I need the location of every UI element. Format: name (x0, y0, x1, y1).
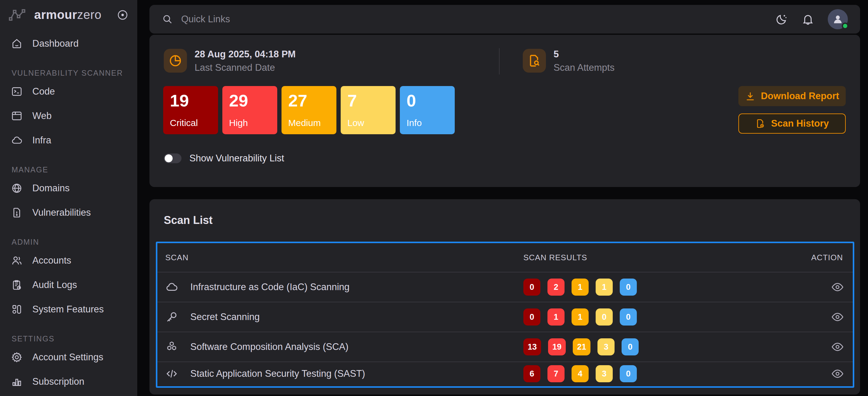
gear-icon (11, 352, 23, 363)
sidebar-item-subscription[interactable]: Subscription (0, 369, 137, 394)
browser-icon (11, 110, 23, 122)
sidebar-item-code[interactable]: Code (0, 79, 137, 104)
sidebar-item-audit-logs[interactable]: Audit Logs (0, 273, 137, 297)
clock-icon (164, 49, 187, 72)
dark-mode-moon-icon[interactable] (775, 13, 788, 26)
clipboard-clock-icon (11, 279, 23, 291)
low-label: Low (347, 118, 389, 128)
sidebar-item-label: Code (32, 86, 55, 97)
last-scanned-value: 28 Aug 2025, 04:18 PM (194, 49, 296, 60)
medium-count-chip: 21 (573, 338, 590, 356)
scan-name: Infrastructure as Code (IaC) Scanning (190, 282, 349, 293)
medium-count-chip: 4 (571, 365, 589, 382)
summary-panel: 28 Aug 2025, 04:18 PM Last Scanned Date … (150, 35, 860, 187)
sidebar-item-account-settings[interactable]: Account Settings (0, 345, 137, 369)
sidebar-item-label: Infra (32, 135, 51, 146)
scan-name: Secret Scanning (190, 311, 259, 323)
scan-history-label: Scan History (771, 118, 829, 129)
high-count-chip: 19 (548, 338, 566, 356)
user-avatar[interactable] (828, 9, 848, 29)
code-icon (165, 367, 178, 380)
scan-name: Software Composition Analysis (SCA) (190, 341, 349, 353)
sidebar-item-vulnerabilities[interactable]: Vulnerabilities (0, 201, 137, 225)
low-count-chip: 0 (596, 308, 613, 326)
users-icon (11, 255, 23, 266)
severity-card-low: 7 Low (341, 86, 396, 134)
high-count-chip: 7 (548, 365, 564, 382)
scan-results: 0 2 1 1 0 (523, 278, 783, 296)
medium-count: 27 (288, 92, 330, 109)
scan-name: Static Application Security Testing (SAS… (190, 368, 365, 379)
person-icon (832, 13, 844, 25)
cloud-icon (165, 281, 178, 294)
critical-count-chip: 13 (523, 338, 541, 356)
sidebar-collapse-icon[interactable] (117, 9, 129, 21)
scan-results: 6 7 4 3 0 (523, 365, 783, 382)
sidebar-item-infra[interactable]: Infra (0, 128, 137, 153)
notifications-bell-icon[interactable] (802, 13, 814, 26)
sidebar-item-label: Account Settings (32, 352, 103, 363)
view-scan-button[interactable] (831, 280, 844, 294)
brand-name: armourzero (34, 8, 117, 22)
sidebar-item-accounts[interactable]: Accounts (0, 248, 137, 273)
severity-card-high: 29 High (222, 86, 277, 134)
info-count-chip: 0 (622, 338, 639, 356)
sidebar-item-dashboard[interactable]: Dashboard (0, 31, 137, 56)
sidebar-section-header: SETTINGS (11, 334, 137, 343)
armourzero-logo-icon (8, 8, 27, 22)
critical-count-chip: 0 (523, 308, 540, 326)
sidebar-item-web[interactable]: Web (0, 104, 137, 128)
critical-label: Critical (170, 118, 211, 128)
globe-icon (11, 182, 23, 194)
download-report-label: Download Report (761, 91, 839, 101)
components-icon (11, 304, 23, 315)
scan-attempts-label: Scan Attempts (554, 62, 615, 73)
brand: armourzero (0, 4, 137, 25)
severity-card-medium: 27 Medium (281, 86, 336, 134)
scan-list-panel: Scan List SCAN SCAN RESULTS ACTION Infra… (150, 199, 860, 394)
low-count: 7 (347, 92, 389, 109)
column-header-scan: SCAN (157, 253, 523, 263)
info-count-chip: 0 (620, 308, 637, 326)
brand-name-light: zero (77, 8, 101, 21)
sidebar-item-label: Domains (32, 183, 69, 194)
vulnerability-list-toggle-row: Show Vulnerability List (164, 150, 284, 166)
scan-meta-row: 28 Aug 2025, 04:18 PM Last Scanned Date … (150, 48, 860, 74)
critical-count-chip: 6 (523, 365, 540, 382)
search-input[interactable] (181, 14, 775, 25)
scan-table-highlighted: SCAN SCAN RESULTS ACTION Infrastructure … (156, 242, 854, 388)
cubes-icon (165, 340, 178, 353)
medium-count-chip: 1 (571, 308, 589, 326)
view-scan-button[interactable] (831, 310, 844, 324)
last-scanned-label: Last Scanned Date (194, 62, 296, 73)
sidebar-item-label: Dashboard (32, 38, 79, 49)
show-vulnerability-list-toggle[interactable] (164, 153, 182, 163)
table-row-secret: Secret Scanning 0 1 1 0 0 (157, 302, 853, 332)
high-label: High (229, 118, 271, 128)
table-row-iac: Infrastructure as Code (IaC) Scanning 0 … (157, 272, 853, 302)
divider (499, 48, 500, 74)
view-scan-button[interactable] (831, 340, 844, 354)
sidebar-section-header: VULNERABILITY SCANNER (11, 69, 137, 78)
brand-name-bold: armour (34, 8, 77, 21)
scan-list-title: Scan List (164, 214, 213, 227)
scan-table-header: SCAN SCAN RESULTS ACTION (157, 243, 853, 272)
topbar (150, 5, 860, 34)
download-report-button[interactable]: Download Report (738, 86, 846, 106)
info-label: Info (407, 118, 448, 128)
terminal-icon (11, 86, 23, 97)
view-scan-button[interactable] (831, 367, 844, 380)
sidebar-item-label: Vulnerabilities (32, 207, 91, 218)
sidebar-item-system-features[interactable]: System Features (0, 297, 137, 322)
search-icon (162, 13, 173, 25)
medium-label: Medium (288, 118, 330, 128)
sidebar-item-label: Web (32, 111, 52, 121)
sidebar-item-label: Subscription (32, 376, 85, 387)
sidebar-item-domains[interactable]: Domains (0, 176, 137, 201)
last-scanned-date: 28 Aug 2025, 04:18 PM Last Scanned Date (194, 48, 296, 74)
scan-history-button[interactable]: Scan History (738, 114, 846, 133)
online-status-dot (842, 23, 848, 29)
high-count-chip: 1 (548, 308, 564, 326)
key-icon (165, 311, 178, 324)
critical-count: 19 (170, 92, 211, 109)
